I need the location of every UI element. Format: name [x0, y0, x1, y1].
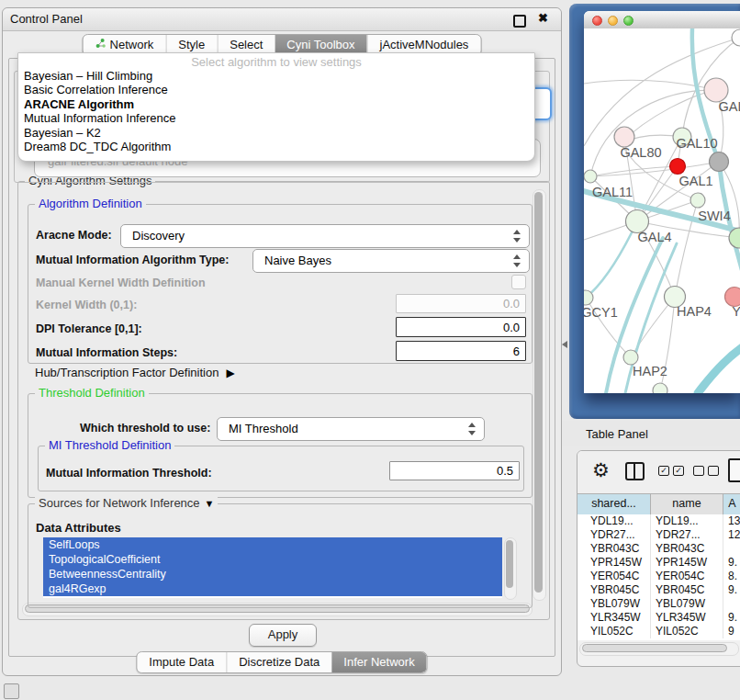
- dpi-tolerance-label: DPI Tolerance [0,1]:: [36, 322, 142, 335]
- aracne-mode-value: Discovery: [132, 229, 185, 243]
- bottom-tab-label: Impute Data: [149, 652, 214, 672]
- table-cell: YPR145W: [577, 556, 651, 570]
- table-row[interactable]: YBR043CYBR043C: [577, 542, 740, 556]
- table-row[interactable]: YDL19...YDL19...13: [577, 514, 740, 528]
- minimize-window-icon[interactable]: [608, 16, 618, 26]
- deselect-all-checkboxes-icon[interactable]: [693, 466, 719, 476]
- table-cell: YLR345W: [577, 611, 651, 625]
- attribute-item-gal4rgexp[interactable]: gal4RGexp: [43, 581, 502, 596]
- table-cell: 8.: [723, 570, 740, 583]
- attribute-item-selfloops[interactable]: SelfLoops: [43, 537, 502, 552]
- algorithm-definition-group: Algorithm Definition Aracne Mode: Discov…: [28, 204, 533, 364]
- algorithm-option-bayesian-k2[interactable]: Bayesian – K2: [24, 126, 529, 140]
- network-node-gcy1[interactable]: [584, 290, 593, 305]
- table-cell: YPR145W: [651, 556, 723, 570]
- select-all-checkboxes-icon[interactable]: ✓✓: [658, 466, 684, 476]
- mi-algorithm-type-value: Naive Bayes: [264, 254, 331, 267]
- manual-kernel-width-checkbox[interactable]: [511, 275, 526, 289]
- bottom-tab-label: Infer Network: [343, 652, 414, 672]
- algorithm-option-aracne-algorithm[interactable]: ARACNE Algorithm: [24, 97, 529, 111]
- splitter-handle-icon[interactable]: [562, 341, 567, 348]
- zoom-window-icon[interactable]: [623, 16, 633, 26]
- table-panel-title: Table Panel: [586, 427, 648, 441]
- collapse-down-icon[interactable]: ▼: [205, 498, 215, 509]
- spinner-arrows-icon: [513, 254, 521, 267]
- table-row[interactable]: YBR045CYBR045C9.: [577, 583, 740, 597]
- algorithm-option-mutual-information-inference[interactable]: Mutual Information Inference: [24, 111, 529, 125]
- bottom-tab-infer-network[interactable]: Infer Network: [331, 652, 426, 672]
- bottom-tab-impute-data[interactable]: Impute Data: [137, 652, 226, 672]
- algorithm-option-bayesian-hill-climbing[interactable]: Bayesian – Hill Climbing: [24, 69, 529, 83]
- network-node-gal11[interactable]: [584, 170, 597, 183]
- table-row[interactable]: YLR345WYLR345W9.: [577, 611, 740, 625]
- apply-button[interactable]: Apply: [249, 624, 317, 647]
- attribute-item-topologicalcoefficient[interactable]: TopologicalCoefficient: [43, 552, 502, 567]
- close-window-icon[interactable]: [592, 16, 602, 26]
- mi-algorithm-type-select[interactable]: Naive Bayes: [252, 249, 530, 273]
- table-row[interactable]: YIL052CYIL052C9: [577, 625, 740, 638]
- table-cell: YER054C: [577, 570, 651, 583]
- bottom-tab-discretize-data[interactable]: Discretize Data: [226, 652, 331, 672]
- export-table-icon[interactable]: [728, 458, 740, 482]
- data-attributes-list[interactable]: SelfLoopsTopologicalCoefficientBetweenne…: [43, 537, 502, 598]
- table-panel-header: Table Panel: [562, 421, 740, 446]
- algorithm-option-dream8-dc-tdc-algorithm[interactable]: Dream8 DC_TDC Algorithm: [24, 140, 529, 153]
- window-title: Control Panel: [10, 12, 83, 26]
- table-cell: YER054C: [651, 570, 723, 583]
- settings-gear-icon[interactable]: ⚙: [592, 459, 610, 481]
- column-header-name[interactable]: name: [651, 494, 723, 514]
- hub-definition-expander[interactable]: Hub/Transcription Factor Definition▶: [35, 366, 235, 379]
- table-cell: YDL19...: [577, 514, 651, 528]
- threshold-definition-group: Threshold Definition Which threshold to …: [28, 393, 533, 498]
- algorithm-dropdown-placeholder: Select algorithm to view settings: [18, 55, 534, 69]
- close-icon[interactable]: ✖: [538, 11, 548, 25]
- mi-threshold-field[interactable]: [389, 461, 520, 480]
- mi-steps-field[interactable]: [396, 341, 526, 361]
- table-row[interactable]: YER054CYER054C8.: [577, 570, 740, 583]
- network-window[interactable]: GALGAL80GAL10GAL1GAL11GAL4SWI4GCY1HAP4YH…: [584, 11, 740, 393]
- attributes-scrollbar[interactable]: [504, 537, 517, 600]
- network-node[interactable]: [653, 383, 667, 393]
- network-node-labels: GALGAL80GAL10GAL1GAL11GAL4SWI4GCY1HAP4YH…: [584, 99, 740, 378]
- dpi-tolerance-field[interactable]: [396, 317, 526, 337]
- table-cell: 13: [723, 514, 740, 528]
- table-row[interactable]: YBL079WYBL079W: [577, 597, 740, 611]
- manual-kernel-width-label: Manual Kernel Width Definition: [36, 277, 206, 289]
- network-node-hap2[interactable]: [623, 350, 638, 365]
- table-cell: YBR043C: [651, 542, 723, 556]
- algorithm-dropdown-popup: Select algorithm to view settings Bayesi…: [17, 52, 535, 162]
- kernel-width-field[interactable]: [396, 294, 526, 313]
- network-node[interactable]: [732, 29, 740, 46]
- network-node[interactable]: [670, 159, 686, 175]
- minimized-panel-icon[interactable]: [4, 683, 19, 699]
- table-cell: 9.: [723, 556, 740, 570]
- table-row[interactable]: YPR145WYPR145W9.: [577, 556, 740, 570]
- settings-vertical-scrollbar[interactable]: [533, 189, 546, 601]
- algorithm-option-basic-correlation-inference[interactable]: Basic Correlation Inference: [24, 83, 529, 96]
- attribute-item-betweennesscentrality[interactable]: BetweennessCentrality: [43, 567, 502, 581]
- float-window-icon[interactable]: [513, 15, 526, 28]
- node-label-hap2: HAP2: [633, 364, 667, 378]
- column-view-icon[interactable]: [625, 462, 645, 480]
- table-cell: YBR045C: [651, 583, 723, 597]
- network-canvas[interactable]: GALGAL80GAL10GAL1GAL11GAL4SWI4GCY1HAP4YH…: [584, 28, 740, 393]
- table-horizontal-scrollbar-thumb[interactable]: [582, 644, 727, 652]
- network-node-gal1[interactable]: [690, 193, 705, 208]
- network-node-gal80[interactable]: [614, 127, 634, 147]
- node-label-swi4: SWI4: [698, 209, 730, 223]
- table-row[interactable]: YDR27...YDR27...12: [577, 528, 740, 542]
- network-node[interactable]: [710, 152, 729, 172]
- table-horizontal-scrollbar[interactable]: [579, 642, 739, 656]
- node-label-gal11: GAL11: [592, 185, 633, 199]
- node-label-gal: GAL: [718, 99, 740, 114]
- table-cell: 12: [723, 528, 740, 542]
- kernel-width-label: Kernel Width (0,1):: [36, 299, 137, 311]
- expand-right-icon[interactable]: ▶: [226, 367, 234, 379]
- settings-vertical-scrollbar-thumb[interactable]: [534, 192, 543, 593]
- aracne-mode-select[interactable]: Discovery: [120, 224, 530, 248]
- attributes-scrollbar-thumb[interactable]: [506, 540, 513, 588]
- which-threshold-select[interactable]: MI Threshold: [217, 417, 485, 441]
- node-label-gal1: GAL1: [678, 174, 712, 188]
- column-header-a[interactable]: A: [723, 494, 740, 514]
- column-header-shared[interactable]: shared...: [577, 494, 651, 514]
